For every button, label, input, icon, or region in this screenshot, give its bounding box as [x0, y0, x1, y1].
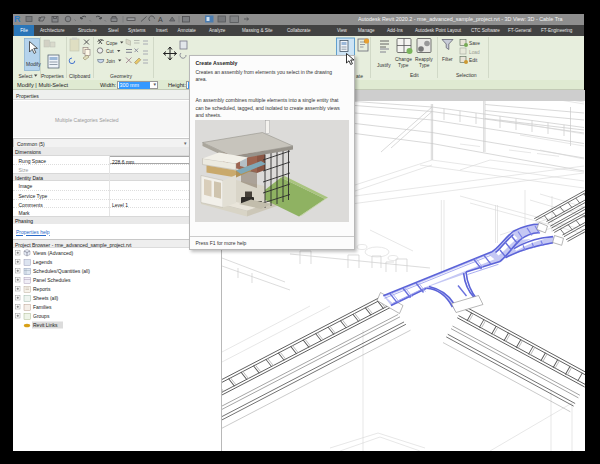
svg-text:Clipboard: Clipboard: [69, 73, 91, 79]
svg-text:Join: Join: [106, 59, 115, 64]
svg-text:Panel Schedules: Panel Schedules: [33, 277, 71, 283]
svg-text:Type: Type: [419, 63, 430, 68]
svg-text:Cut: Cut: [106, 49, 114, 54]
svg-text:ate: ate: [356, 73, 363, 79]
svg-text:Legends: Legends: [33, 259, 53, 265]
svg-text:Schedules/Quantities (all): Schedules/Quantities (all): [33, 268, 90, 274]
svg-text:Reapply: Reapply: [415, 57, 433, 62]
svg-text:Cope: Cope: [106, 41, 118, 46]
svg-text:Load: Load: [469, 50, 480, 55]
svg-text:Save: Save: [469, 41, 480, 46]
svg-text:Reports: Reports: [33, 286, 51, 292]
svg-text:Properties: Properties: [41, 73, 64, 79]
svg-text:Views (Advanced): Views (Advanced): [33, 250, 74, 256]
svg-text:Sheets (all): Sheets (all): [33, 295, 59, 301]
svg-text:Select: Select: [19, 73, 34, 79]
svg-text:A: A: [158, 16, 163, 23]
svg-text:Edit: Edit: [410, 72, 419, 78]
svg-text:Groups: Groups: [33, 313, 50, 319]
svg-text:Filter: Filter: [442, 57, 453, 62]
svg-text:Selection: Selection: [456, 72, 477, 78]
svg-text:Modify: Modify: [26, 61, 41, 67]
svg-text:Justify: Justify: [377, 63, 391, 68]
svg-text:Change: Change: [395, 57, 412, 62]
svg-text:Edit: Edit: [469, 58, 478, 63]
svg-text:Type: Type: [398, 63, 409, 68]
svg-text:Geometry: Geometry: [110, 73, 132, 79]
svg-text:Revit Links: Revit Links: [33, 322, 58, 328]
svg-text:Families: Families: [33, 304, 52, 310]
